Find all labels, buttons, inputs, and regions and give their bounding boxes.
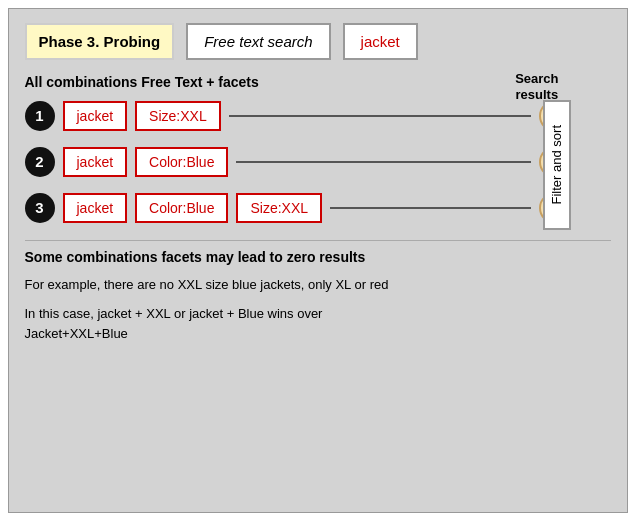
tag-color-blue-2: Color:Blue xyxy=(135,147,228,177)
number-circle-3: 3 xyxy=(25,193,55,223)
connector-2 xyxy=(236,161,530,163)
combo-row-3: 3 jacket Color:Blue Size:XXL Z xyxy=(25,192,571,224)
tag-size-xxl-1: Size:XXL xyxy=(135,101,221,131)
free-text-label: Free text search xyxy=(186,23,330,60)
tag-color-blue-3: Color:Blue xyxy=(135,193,228,223)
line1: For example, there are no XXL size blue … xyxy=(25,275,611,295)
rows-area: 1 jacket Size:XXL X 2 jacket Color:Blue … xyxy=(25,100,571,224)
tag-jacket-2: jacket xyxy=(63,147,128,177)
number-circle-1: 1 xyxy=(25,101,55,131)
filter-sort-label: Filter and sort xyxy=(549,125,564,204)
connector-1 xyxy=(229,115,531,117)
filter-sort-box: Filter and sort xyxy=(543,100,571,230)
tag-jacket-3: jacket xyxy=(63,193,128,223)
connector-3 xyxy=(330,207,530,209)
jacket-label: jacket xyxy=(343,23,418,60)
header-row: Phase 3. Probing Free text search jacket xyxy=(25,23,611,60)
bottom-section: Some combinations facets may lead to zer… xyxy=(25,240,611,344)
phase-label: Phase 3. Probing xyxy=(25,23,175,60)
combo-row-1: 1 jacket Size:XXL X xyxy=(25,100,571,132)
rows-wrapper: 1 jacket Size:XXL X 2 jacket Color:Blue … xyxy=(25,100,611,224)
line2: In this case, jacket + XXL or jacket + B… xyxy=(25,304,611,343)
main-container: Phase 3. Probing Free text search jacket… xyxy=(8,8,628,513)
tag-size-xxl-3: Size:XXL xyxy=(236,193,322,223)
combo-row-2: 2 jacket Color:Blue Y xyxy=(25,146,571,178)
tag-jacket-1: jacket xyxy=(63,101,128,131)
number-circle-2: 2 xyxy=(25,147,55,177)
bold-line: Some combinations facets may lead to zer… xyxy=(25,249,611,265)
